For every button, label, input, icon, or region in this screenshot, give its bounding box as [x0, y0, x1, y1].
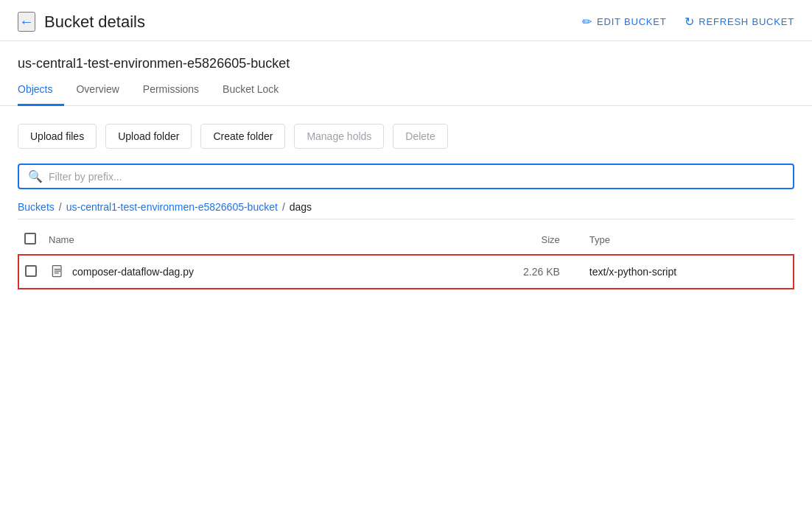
filter-row: 🔍 [18, 163, 794, 189]
row-name-cell: composer-dataflow-dag.py [43, 255, 492, 289]
bucket-name-row: us-central1-test-environmen-e5826605-buc… [0, 41, 812, 71]
edit-bucket-button[interactable]: ✏ EDIT BUCKET [582, 15, 666, 29]
main-content: Upload files Upload folder Create folder… [0, 106, 812, 289]
search-icon: 🔍 [28, 169, 43, 183]
breadcrumb-sep-1: / [59, 201, 62, 213]
table-divider [18, 219, 794, 219]
delete-button[interactable]: Delete [393, 124, 447, 149]
upload-files-button[interactable]: Upload files [18, 124, 97, 149]
breadcrumb-current: dags [290, 201, 312, 213]
filter-input[interactable] [49, 171, 784, 183]
header-checkbox[interactable] [24, 233, 36, 245]
header-actions: ✏ EDIT BUCKET ↻ REFRESH BUCKET [582, 15, 794, 29]
row-size-cell: 2.26 KB [492, 255, 584, 289]
col-header-name: Name [43, 225, 492, 255]
refresh-icon: ↻ [685, 15, 695, 29]
breadcrumb-buckets-link[interactable]: Buckets [18, 201, 55, 213]
col-header-checkbox [18, 225, 43, 255]
back-arrow-icon: ← [19, 13, 34, 30]
bucket-name: us-central1-test-environmen-e5826605-buc… [18, 56, 794, 71]
file-name[interactable]: composer-dataflow-dag.py [72, 266, 194, 278]
upload-folder-button[interactable]: Upload folder [105, 124, 192, 149]
row-checkbox-cell [18, 255, 43, 289]
tab-bucket-lock[interactable]: Bucket Lock [211, 74, 290, 106]
col-header-size: Size [492, 225, 584, 255]
tabs-row: Objects Overview Permissions Bucket Lock [0, 74, 812, 106]
row-checkbox[interactable] [25, 265, 37, 277]
create-folder-button[interactable]: Create folder [200, 124, 285, 149]
manage-holds-button[interactable]: Manage holds [294, 124, 384, 149]
table-header-row: Name Size Type [18, 225, 794, 255]
breadcrumb-bucket-link[interactable]: us-central1-test-environmen-e5826605-buc… [66, 201, 278, 213]
row-type-cell: text/x-python-script [584, 255, 794, 289]
file-icon [49, 263, 66, 281]
tab-overview[interactable]: Overview [64, 74, 130, 106]
back-button[interactable]: ← [18, 12, 35, 32]
breadcrumb-sep-2: / [282, 201, 285, 213]
refresh-bucket-label: REFRESH BUCKET [699, 16, 794, 27]
tab-permissions[interactable]: Permissions [131, 74, 211, 106]
col-header-type: Type [584, 225, 794, 255]
table-row[interactable]: composer-dataflow-dag.py2.26 KBtext/x-py… [18, 255, 794, 289]
edit-bucket-label: EDIT BUCKET [597, 16, 667, 27]
action-buttons: Upload files Upload folder Create folder… [18, 124, 794, 149]
page-header: ← Bucket details ✏ EDIT BUCKET ↻ REFRESH… [0, 0, 812, 41]
refresh-bucket-button[interactable]: ↻ REFRESH BUCKET [685, 15, 794, 29]
tab-objects[interactable]: Objects [18, 74, 64, 106]
breadcrumb: Buckets / us-central1-test-environmen-e5… [18, 201, 794, 213]
objects-table: Name Size Type composer-dataflow-dag.py2… [18, 225, 794, 289]
edit-icon: ✏ [582, 15, 592, 29]
page-title: Bucket details [44, 13, 582, 32]
